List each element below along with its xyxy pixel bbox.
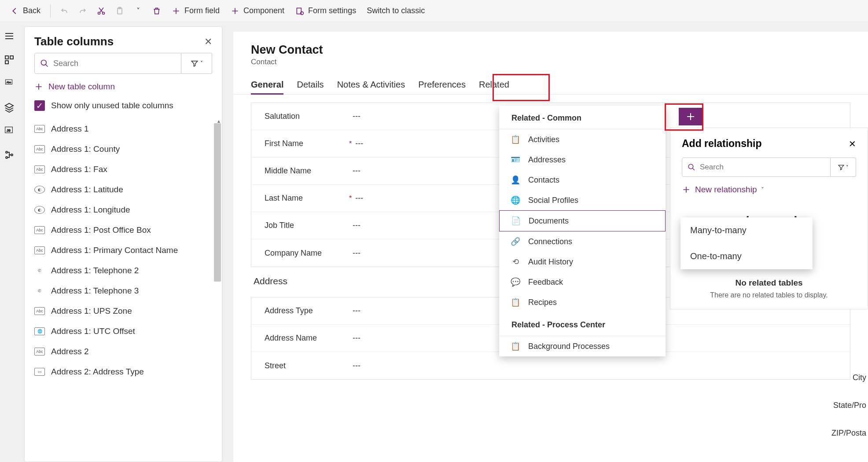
- table-column-item[interactable]: AbcAddress 1: Post Office Box: [25, 220, 222, 240]
- related-menu-item[interactable]: 📋Recipes: [499, 292, 666, 312]
- back-label: Back: [23, 6, 40, 15]
- menu-item-icon: 🔗: [511, 237, 520, 246]
- plus-icon: [230, 6, 240, 16]
- related-dropdown-menu: Related - Common📋Activities🪪Addresses👤Co…: [499, 106, 666, 356]
- related-menu-item[interactable]: 📋Background Processes: [499, 336, 666, 356]
- menu-item-label: Background Processes: [528, 342, 610, 351]
- svg-point-16: [41, 60, 47, 66]
- table-column-item[interactable]: 🌐Address 1: UTC Offset: [25, 321, 222, 341]
- switch-classic-label: Switch to classic: [367, 6, 425, 15]
- component-button[interactable]: Component: [225, 4, 290, 18]
- cut-icon[interactable]: [96, 6, 106, 16]
- column-item-label: Address 1: UTC Offset: [51, 326, 135, 336]
- column-item-label: Address 2: [51, 347, 89, 356]
- column-item-label: Address 2: Address Type: [51, 367, 144, 377]
- paste-icon[interactable]: [115, 6, 125, 16]
- text-field-icon[interactable]: Abc: [4, 78, 15, 89]
- table-search-input[interactable]: [34, 53, 181, 74]
- undo-icon[interactable]: [59, 6, 69, 16]
- relationship-search-input[interactable]: [682, 158, 831, 177]
- new-table-column-button[interactable]: New table column: [25, 74, 222, 96]
- table-search-field[interactable]: [53, 59, 176, 68]
- table-column-item[interactable]: AbcAddress 1: UPS Zone: [25, 301, 222, 321]
- back-button[interactable]: Back: [4, 4, 46, 18]
- search-icon: [40, 59, 49, 68]
- new-relationship-label: New relationship: [695, 185, 757, 194]
- column-item-label: Address 1: [51, 124, 89, 134]
- relationship-type-option[interactable]: Many-to-many: [680, 217, 813, 243]
- back-arrow-icon: [10, 6, 19, 16]
- column-item-label: Address 1: Latitude: [51, 185, 123, 194]
- field-label: Middle Name: [265, 166, 353, 176]
- show-unused-label: Show only unused table columns: [51, 101, 173, 110]
- menu-item-label: Feedback: [528, 278, 563, 287]
- related-menu-item[interactable]: 💬Feedback: [499, 272, 666, 292]
- relationship-search-field[interactable]: [700, 163, 825, 172]
- table-column-item[interactable]: AbcAddress 1: [25, 119, 222, 139]
- components-icon[interactable]: [4, 55, 15, 65]
- field-label: Last Name: [265, 194, 353, 203]
- hamburger-icon[interactable]: [4, 31, 15, 41]
- column-item-label: Address 1: UPS Zone: [51, 306, 132, 316]
- tab-general[interactable]: General: [251, 80, 283, 94]
- tab-preferences[interactable]: Preferences: [418, 80, 466, 94]
- add-relationship-title: Add relationship: [682, 138, 761, 150]
- related-menu-item[interactable]: 🪪Addresses: [499, 150, 666, 170]
- table-columns-panel: Table columns ✕ ˅ New table column ✓ Sho…: [24, 26, 222, 462]
- relationship-type-option[interactable]: One-to-many: [680, 243, 813, 269]
- related-menu-item[interactable]: 👤Contacts: [499, 170, 666, 190]
- field-value: ---: [353, 249, 360, 258]
- related-menu-item[interactable]: 🌐Social Profiles: [499, 190, 666, 210]
- switch-classic-button[interactable]: Switch to classic: [361, 4, 430, 18]
- redo-icon[interactable]: [78, 6, 88, 16]
- form-field-button[interactable]: Form field: [166, 4, 225, 18]
- field-label: Salutation: [265, 112, 353, 121]
- table-column-item[interactable]: ✆Address 1: Telephone 2: [25, 260, 222, 281]
- new-relationship-button[interactable]: New relationship ˅: [682, 185, 856, 194]
- close-icon[interactable]: ✕: [849, 139, 856, 149]
- component-label: Component: [243, 6, 284, 15]
- table-filter-button[interactable]: ˅: [181, 53, 212, 74]
- close-icon[interactable]: ✕: [204, 36, 212, 48]
- top-toolbar: Back ˅ Form field Component Form setting…: [0, 0, 868, 22]
- relationship-type-dropdown: Many-to-manyOne-to-many: [680, 217, 813, 269]
- table-column-item[interactable]: AbcAddress 1: Fax: [25, 159, 222, 180]
- menu-item-label: Activities: [528, 135, 559, 144]
- tab-notes-activities[interactable]: Notes & Activities: [337, 80, 405, 94]
- column-item-label: Address 1: Post Office Box: [51, 225, 151, 235]
- js-icon[interactable]: JS: [4, 126, 15, 136]
- plus-icon: [682, 185, 691, 194]
- plus-icon: [171, 6, 181, 16]
- menu-item-icon: 🌐: [511, 195, 520, 205]
- related-menu-item[interactable]: 🔗Connections: [499, 231, 666, 252]
- table-column-item[interactable]: ◐Address 1: Latitude: [25, 180, 222, 200]
- column-item-label: Address 1: County: [51, 144, 120, 154]
- chevron-down-icon[interactable]: ˅: [133, 6, 143, 16]
- delete-icon[interactable]: [152, 6, 162, 16]
- svg-rect-7: [10, 56, 13, 59]
- related-menu-item[interactable]: 📋Activities: [499, 129, 666, 150]
- filter-icon: [838, 164, 845, 171]
- menu-item-label: Recipes: [528, 298, 557, 307]
- table-column-item[interactable]: ◐Address 1: Longitude: [25, 200, 222, 220]
- form-field-label: Form field: [184, 6, 220, 15]
- relationship-filter-button[interactable]: ˅: [831, 158, 856, 177]
- table-column-item[interactable]: AbcAddress 2: [25, 341, 222, 362]
- table-column-item[interactable]: ✆Address 1: Telephone 3: [25, 281, 222, 301]
- scrollbar-thumb[interactable]: [214, 123, 221, 282]
- table-column-item[interactable]: AbcAddress 1: County: [25, 139, 222, 159]
- tab-details[interactable]: Details: [297, 80, 324, 94]
- show-unused-checkbox[interactable]: ✓ Show only unused table columns: [25, 96, 222, 119]
- search-icon: [688, 163, 695, 171]
- svg-text:Abc: Abc: [7, 81, 11, 84]
- table-column-item[interactable]: ▭Address 2: Address Type: [25, 362, 222, 382]
- tree-icon[interactable]: [4, 150, 15, 160]
- table-columns-title: Table columns: [34, 35, 114, 48]
- form-settings-button[interactable]: Form settings: [290, 4, 361, 18]
- menu-item-icon: 📋: [511, 341, 520, 351]
- layers-icon[interactable]: [4, 102, 15, 113]
- menu-item-label: Documents: [529, 216, 569, 226]
- related-menu-item[interactable]: ⟲Audit History: [499, 252, 666, 272]
- related-menu-item[interactable]: 📄Documents: [499, 210, 666, 231]
- table-column-item[interactable]: AbcAddress 1: Primary Contact Name: [25, 240, 222, 260]
